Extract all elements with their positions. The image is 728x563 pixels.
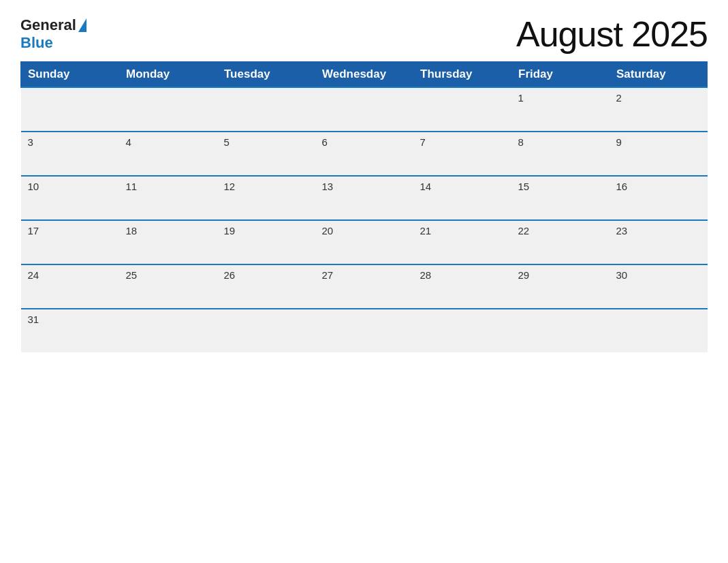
calendar-cell: 22 (511, 220, 610, 264)
day-number: 15 (518, 181, 530, 192)
calendar-cell: 9 (610, 132, 708, 176)
calendar-cell (315, 309, 413, 352)
day-number: 25 (126, 269, 138, 281)
calendar-cell: 28 (413, 264, 511, 309)
day-number: 4 (126, 136, 131, 148)
calendar-cell: 5 (217, 132, 315, 176)
calendar-cell: 10 (21, 176, 119, 220)
calendar-cell: 25 (119, 264, 217, 309)
day-number: 28 (420, 269, 432, 281)
day-number: 12 (224, 181, 236, 192)
day-header-thursday: Thursday (413, 62, 511, 88)
logo: General Blue (20, 16, 86, 52)
calendar-cell: 11 (119, 176, 217, 220)
day-number: 31 (28, 314, 39, 325)
calendar-table: SundayMondayTuesdayWednesdayThursdayFrid… (20, 61, 708, 352)
day-number: 14 (420, 181, 432, 192)
day-number: 27 (322, 269, 334, 281)
calendar-week-row: 10111213141516 (21, 176, 708, 220)
calendar-cell: 23 (610, 220, 708, 264)
day-number: 3 (28, 136, 33, 148)
calendar-week-row: 3456789 (21, 132, 708, 176)
calendar-cell: 2 (610, 87, 708, 132)
calendar-header-row: SundayMondayTuesdayWednesdayThursdayFrid… (21, 62, 708, 88)
calendar-cell: 15 (511, 176, 610, 220)
day-number: 20 (322, 225, 334, 237)
day-header-saturday: Saturday (610, 62, 708, 88)
calendar-cell (119, 309, 217, 352)
calendar-cell (21, 87, 119, 132)
day-number: 29 (518, 269, 530, 281)
day-header-tuesday: Tuesday (217, 62, 315, 88)
calendar-cell: 21 (413, 220, 511, 264)
day-number: 18 (126, 225, 138, 237)
day-header-wednesday: Wednesday (315, 62, 413, 88)
calendar-cell: 17 (21, 220, 119, 264)
calendar-cell: 8 (511, 132, 610, 176)
calendar-cell: 31 (21, 309, 119, 352)
calendar-cell (413, 87, 511, 132)
logo-general-label: General (20, 16, 76, 34)
day-number: 23 (616, 225, 628, 237)
calendar-cell: 29 (511, 264, 610, 309)
calendar-cell: 7 (413, 132, 511, 176)
calendar-cell: 13 (315, 176, 413, 220)
day-number: 9 (616, 136, 622, 148)
calendar-cell: 14 (413, 176, 511, 220)
day-number: 17 (28, 225, 39, 237)
calendar-cell (610, 309, 708, 352)
day-number: 11 (126, 181, 138, 192)
calendar-cell: 18 (119, 220, 217, 264)
day-number: 13 (322, 181, 334, 192)
calendar-cell: 27 (315, 264, 413, 309)
day-number: 8 (518, 136, 524, 148)
calendar-cell: 1 (511, 87, 610, 132)
day-number: 24 (28, 269, 39, 281)
calendar-cell: 16 (610, 176, 708, 220)
month-title: August 2025 (516, 14, 708, 55)
logo-triangle-icon (78, 18, 86, 32)
day-number: 30 (616, 269, 628, 281)
calendar-cell: 26 (217, 264, 315, 309)
calendar-cell (315, 87, 413, 132)
day-number: 1 (518, 92, 524, 104)
calendar-cell: 3 (21, 132, 119, 176)
calendar-cell: 19 (217, 220, 315, 264)
day-number: 21 (420, 225, 432, 237)
calendar-cell: 6 (315, 132, 413, 176)
day-number: 26 (224, 269, 236, 281)
day-number: 6 (322, 136, 328, 148)
calendar-cell (511, 309, 610, 352)
calendar-cell (217, 309, 315, 352)
calendar-cell: 24 (21, 264, 119, 309)
day-header-sunday: Sunday (21, 62, 119, 88)
logo-blue-label: Blue (20, 34, 53, 52)
calendar-cell: 20 (315, 220, 413, 264)
day-number: 16 (616, 181, 628, 192)
calendar-cell (217, 87, 315, 132)
calendar-week-row: 31 (21, 309, 708, 352)
page-header: General Blue August 2025 (20, 14, 708, 55)
day-header-monday: Monday (119, 62, 217, 88)
calendar-week-row: 17181920212223 (21, 220, 708, 264)
day-number: 2 (616, 92, 622, 104)
day-number: 19 (224, 225, 236, 237)
calendar-week-row: 24252627282930 (21, 264, 708, 309)
calendar-cell (413, 309, 511, 352)
calendar-week-row: 12 (21, 87, 708, 132)
calendar-cell: 12 (217, 176, 315, 220)
calendar-cell (119, 87, 217, 132)
day-number: 7 (420, 136, 426, 148)
calendar-cell: 4 (119, 132, 217, 176)
day-number: 22 (518, 225, 530, 237)
day-header-friday: Friday (511, 62, 610, 88)
day-number: 10 (28, 181, 39, 192)
logo-general-text: General (20, 16, 86, 34)
calendar-cell: 30 (610, 264, 708, 309)
day-number: 5 (224, 136, 230, 148)
